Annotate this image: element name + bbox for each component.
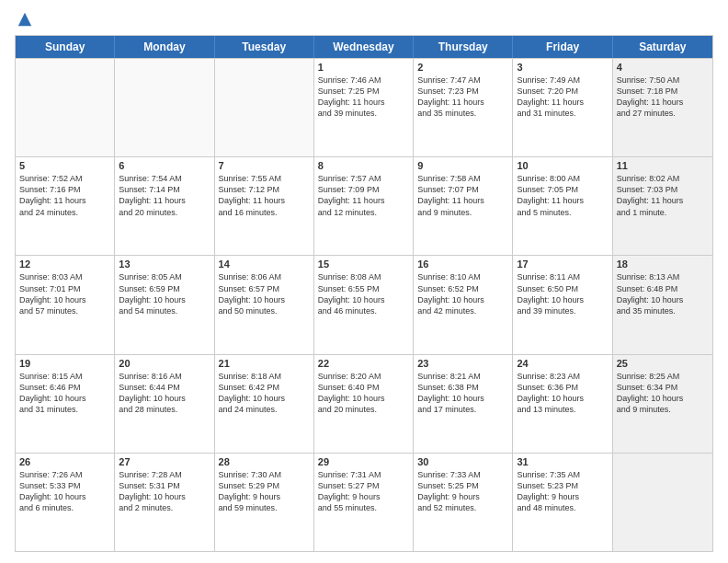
calendar-cell: 18Sunrise: 8:13 AM Sunset: 6:48 PM Dayli… [613,256,712,353]
day-info: Sunrise: 7:26 AM Sunset: 5:33 PM Dayligh… [19,469,110,514]
calendar-page: SundayMondayTuesdayWednesdayThursdayFrid… [0,0,728,563]
day-number: 23 [417,358,508,369]
day-info: Sunrise: 7:57 AM Sunset: 7:09 PM Dayligh… [318,173,409,218]
calendar-cell: 22Sunrise: 8:20 AM Sunset: 6:40 PM Dayli… [314,355,414,453]
day-info: Sunrise: 7:50 AM Sunset: 7:18 PM Dayligh… [617,75,709,120]
calendar-cell: 10Sunrise: 8:00 AM Sunset: 7:05 PM Dayli… [513,157,612,255]
day-info: Sunrise: 8:18 AM Sunset: 6:42 PM Dayligh… [219,371,310,416]
day-info: Sunrise: 7:54 AM Sunset: 7:14 PM Dayligh… [119,173,210,218]
calendar-cell: 26Sunrise: 7:26 AM Sunset: 5:33 PM Dayli… [16,454,115,551]
day-number: 12 [19,259,110,270]
calendar-cell: 17Sunrise: 8:11 AM Sunset: 6:50 PM Dayli… [513,256,612,353]
day-info: Sunrise: 8:02 AM Sunset: 7:03 PM Dayligh… [617,173,709,218]
day-info: Sunrise: 7:49 AM Sunset: 7:20 PM Dayligh… [517,75,608,120]
day-info: Sunrise: 8:05 AM Sunset: 6:59 PM Dayligh… [119,271,210,316]
logo-icon [17,11,33,28]
calendar-cell: 14Sunrise: 8:06 AM Sunset: 6:57 PM Dayli… [215,256,314,353]
calendar-cell: 9Sunrise: 7:58 AM Sunset: 7:07 PM Daylig… [414,157,513,255]
day-info: Sunrise: 7:58 AM Sunset: 7:07 PM Dayligh… [417,173,508,218]
calendar-cell: 3Sunrise: 7:49 AM Sunset: 7:20 PM Daylig… [513,59,612,156]
calendar-row: 1Sunrise: 7:46 AM Sunset: 7:25 PM Daylig… [16,58,712,156]
header [15,11,713,28]
day-info: Sunrise: 8:13 AM Sunset: 6:48 PM Dayligh… [617,271,709,316]
day-info: Sunrise: 8:06 AM Sunset: 6:57 PM Dayligh… [219,271,310,316]
day-header-sunday: Sunday [16,36,115,58]
day-info: Sunrise: 8:08 AM Sunset: 6:55 PM Dayligh… [318,271,409,316]
calendar-header: SundayMondayTuesdayWednesdayThursdayFrid… [16,36,712,58]
calendar-cell: 15Sunrise: 8:08 AM Sunset: 6:55 PM Dayli… [314,256,414,353]
calendar-row: 26Sunrise: 7:26 AM Sunset: 5:33 PM Dayli… [16,453,712,551]
calendar-cell [613,454,712,551]
day-info: Sunrise: 7:33 AM Sunset: 5:25 PM Dayligh… [417,469,508,514]
day-number: 18 [617,259,709,270]
day-info: Sunrise: 8:23 AM Sunset: 6:36 PM Dayligh… [517,371,608,416]
day-number: 24 [517,358,608,369]
day-number: 8 [318,160,409,171]
calendar-cell: 31Sunrise: 7:35 AM Sunset: 5:23 PM Dayli… [513,454,612,551]
day-number: 3 [517,62,608,73]
day-info: Sunrise: 7:35 AM Sunset: 5:23 PM Dayligh… [517,469,608,514]
day-number: 14 [219,259,310,270]
calendar-cell: 11Sunrise: 8:02 AM Sunset: 7:03 PM Dayli… [613,157,712,255]
calendar-cell: 16Sunrise: 8:10 AM Sunset: 6:52 PM Dayli… [414,256,513,353]
day-number: 30 [417,456,508,467]
day-number: 13 [119,259,210,270]
calendar-cell: 29Sunrise: 7:31 AM Sunset: 5:27 PM Dayli… [314,454,414,551]
day-info: Sunrise: 7:28 AM Sunset: 5:31 PM Dayligh… [119,469,210,514]
day-number: 4 [617,62,709,73]
calendar-cell: 4Sunrise: 7:50 AM Sunset: 7:18 PM Daylig… [613,59,712,156]
day-number: 28 [219,456,310,467]
day-number: 21 [219,358,310,369]
day-info: Sunrise: 7:46 AM Sunset: 7:25 PM Dayligh… [318,75,409,120]
calendar-cell [16,59,115,156]
day-number: 11 [617,160,709,171]
day-number: 6 [119,160,210,171]
day-info: Sunrise: 8:00 AM Sunset: 7:05 PM Dayligh… [517,173,608,218]
day-info: Sunrise: 8:15 AM Sunset: 6:46 PM Dayligh… [19,371,110,416]
day-number: 29 [318,456,409,467]
svg-marker-0 [18,13,31,26]
calendar-cell: 12Sunrise: 8:03 AM Sunset: 7:01 PM Dayli… [16,256,115,353]
calendar-cell: 23Sunrise: 8:21 AM Sunset: 6:38 PM Dayli… [414,355,513,453]
calendar-cell: 7Sunrise: 7:55 AM Sunset: 7:12 PM Daylig… [215,157,314,255]
day-info: Sunrise: 8:16 AM Sunset: 6:44 PM Dayligh… [119,371,210,416]
day-number: 15 [318,259,409,270]
day-info: Sunrise: 7:55 AM Sunset: 7:12 PM Dayligh… [219,173,310,218]
day-number: 26 [19,456,110,467]
day-number: 19 [19,358,110,369]
day-info: Sunrise: 7:52 AM Sunset: 7:16 PM Dayligh… [19,173,110,218]
day-number: 7 [219,160,310,171]
calendar-cell: 21Sunrise: 8:18 AM Sunset: 6:42 PM Dayli… [215,355,314,453]
day-number: 27 [119,456,210,467]
day-header-wednesday: Wednesday [314,36,414,58]
calendar-cell [215,59,314,156]
calendar-cell: 6Sunrise: 7:54 AM Sunset: 7:14 PM Daylig… [115,157,214,255]
calendar: SundayMondayTuesdayWednesdayThursdayFrid… [15,35,713,552]
day-info: Sunrise: 8:10 AM Sunset: 6:52 PM Dayligh… [417,271,508,316]
day-number: 17 [517,259,608,270]
calendar-cell: 2Sunrise: 7:47 AM Sunset: 7:23 PM Daylig… [414,59,513,156]
day-info: Sunrise: 8:21 AM Sunset: 6:38 PM Dayligh… [417,371,508,416]
calendar-row: 12Sunrise: 8:03 AM Sunset: 7:01 PM Dayli… [16,255,712,353]
day-info: Sunrise: 7:30 AM Sunset: 5:29 PM Dayligh… [219,469,310,514]
calendar-cell: 24Sunrise: 8:23 AM Sunset: 6:36 PM Dayli… [513,355,612,453]
calendar-cell: 30Sunrise: 7:33 AM Sunset: 5:25 PM Dayli… [414,454,513,551]
day-number: 16 [417,259,508,270]
calendar-cell: 28Sunrise: 7:30 AM Sunset: 5:29 PM Dayli… [215,454,314,551]
day-number: 22 [318,358,409,369]
day-header-tuesday: Tuesday [215,36,314,58]
day-number: 9 [417,160,508,171]
day-number: 31 [517,456,608,467]
calendar-cell: 20Sunrise: 8:16 AM Sunset: 6:44 PM Dayli… [115,355,214,453]
calendar-cell [115,59,214,156]
day-header-saturday: Saturday [613,36,712,58]
calendar-body: 1Sunrise: 7:46 AM Sunset: 7:25 PM Daylig… [16,58,712,551]
calendar-row: 5Sunrise: 7:52 AM Sunset: 7:16 PM Daylig… [16,156,712,255]
calendar-cell: 25Sunrise: 8:25 AM Sunset: 6:34 PM Dayli… [613,355,712,453]
calendar-cell: 13Sunrise: 8:05 AM Sunset: 6:59 PM Dayli… [115,256,214,353]
day-info: Sunrise: 8:20 AM Sunset: 6:40 PM Dayligh… [318,371,409,416]
day-number: 25 [617,358,709,369]
calendar-cell: 8Sunrise: 7:57 AM Sunset: 7:09 PM Daylig… [314,157,414,255]
day-info: Sunrise: 8:11 AM Sunset: 6:50 PM Dayligh… [517,271,608,316]
day-number: 2 [417,62,508,73]
